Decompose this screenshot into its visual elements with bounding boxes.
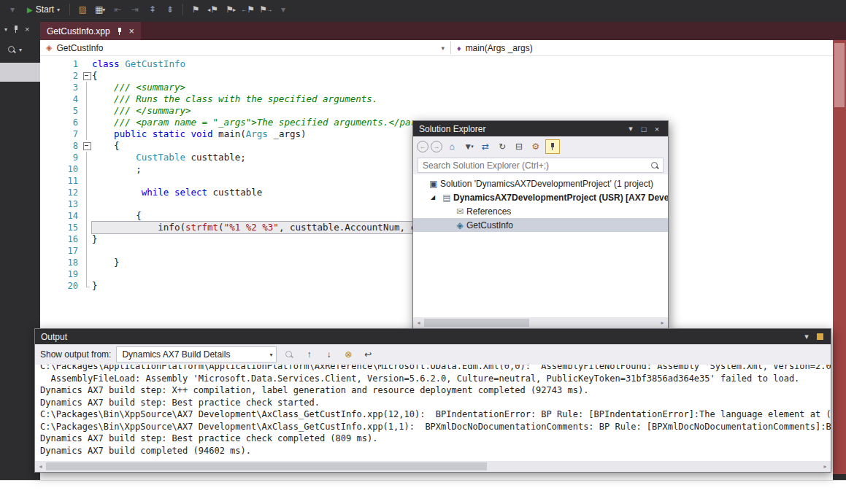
outline-margin bbox=[82, 210, 92, 222]
outline-toggle-icon[interactable] bbox=[82, 140, 92, 152]
clear-all-icon[interactable]: ⊗ bbox=[341, 347, 355, 362]
outline-margin bbox=[82, 105, 92, 117]
output-horizontal-scrollbar[interactable]: ◂ ▸ bbox=[35, 461, 831, 472]
tree-expander-icon[interactable]: ◢ bbox=[431, 194, 440, 201]
type-dropdown[interactable]: ◈ GetCustInfo ▾ bbox=[40, 40, 450, 55]
window-position-icon[interactable]: ▾ bbox=[4, 26, 7, 33]
toggle-bookmark-icon[interactable]: ⚑ bbox=[188, 2, 204, 17]
line-number: 14 bbox=[40, 210, 82, 222]
indent-decrease-icon[interactable]: ⇤ bbox=[109, 2, 126, 17]
outline-margin bbox=[82, 128, 92, 140]
scrollbar-track[interactable] bbox=[424, 317, 657, 328]
move-down-icon[interactable]: ⇟ bbox=[162, 2, 178, 17]
scroll-left-icon[interactable]: ◂ bbox=[35, 463, 46, 470]
output-text[interactable]: C:\Packages\ApplicationPlatform\Applicat… bbox=[35, 365, 831, 461]
outline-toggle-icon[interactable] bbox=[82, 70, 92, 82]
code-text: info(strfmt("%1 %2 %3", custtable.Accoun… bbox=[92, 222, 433, 233]
collapsed-tool-tab[interactable] bbox=[0, 63, 40, 82]
line-number: 12 bbox=[40, 187, 82, 198]
find-message-icon[interactable] bbox=[282, 347, 296, 362]
toolbar-group-overflow-icon[interactable]: ▾ bbox=[275, 2, 291, 17]
move-up-icon[interactable]: ⇞ bbox=[145, 2, 161, 17]
window-title: Output bbox=[41, 332, 67, 342]
deploy-icon[interactable]: ▨ bbox=[74, 2, 91, 17]
code-line[interactable]: 3 /// <summary> bbox=[40, 82, 833, 93]
word-wrap-icon[interactable]: ↩ bbox=[361, 347, 375, 362]
indent-increase-icon[interactable]: ⇥ bbox=[127, 2, 143, 17]
forward-icon[interactable]: → bbox=[431, 141, 442, 152]
prev-bookmark-icon[interactable]: ◂⚑ bbox=[205, 2, 221, 17]
tab-getcustinfo[interactable]: GetCustInfo.xpp × bbox=[40, 22, 141, 40]
collapse-all-icon[interactable]: ⊟ bbox=[512, 139, 526, 154]
scrollbar-track[interactable] bbox=[46, 461, 820, 472]
output-toolbar: Show output from: Dynamics AX7 Build Det… bbox=[35, 344, 831, 365]
sync-active-document-icon[interactable]: ⇄ bbox=[478, 139, 493, 154]
output-source-select[interactable]: Dynamics AX7 Build Details ▾ bbox=[116, 346, 277, 363]
start-button[interactable]: ▶ Start ▾ bbox=[22, 3, 65, 16]
next-bookmark-icon[interactable]: ⚑▸ bbox=[223, 2, 239, 17]
float-window-icon[interactable] bbox=[813, 333, 826, 340]
output-text-inner: C:\Packages\ApplicationPlatform\Applicat… bbox=[40, 365, 831, 457]
search-icon[interactable] bbox=[650, 161, 659, 170]
line-number: 4 bbox=[40, 93, 82, 105]
search-input[interactable] bbox=[418, 158, 664, 173]
scrollbar-thumb[interactable] bbox=[46, 462, 487, 470]
code-line[interactable]: 4 /// Runs the class with the specified … bbox=[40, 93, 833, 105]
tree-item[interactable]: ▣Solution 'DynamicsAX7DevelopmentProject… bbox=[413, 177, 668, 190]
line-number: 16 bbox=[40, 233, 82, 245]
code-text: } bbox=[92, 257, 120, 268]
outline-margin bbox=[82, 187, 92, 198]
line-number: 17 bbox=[40, 245, 82, 257]
solution-explorer-titlebar[interactable]: Solution Explorer ▾ □ × bbox=[413, 121, 668, 136]
window-position-icon[interactable]: ▾ bbox=[624, 124, 637, 133]
scroll-right-icon[interactable]: ▸ bbox=[657, 319, 668, 326]
close-tab-icon[interactable]: × bbox=[129, 26, 134, 36]
preview-pin-icon[interactable] bbox=[545, 139, 560, 154]
close-icon[interactable]: × bbox=[25, 25, 29, 34]
outline-margin bbox=[82, 280, 92, 292]
code-text: CustTable custtable; bbox=[92, 152, 246, 163]
window-position-icon[interactable]: ▾ bbox=[800, 332, 813, 341]
home-icon[interactable]: ⌂ bbox=[445, 139, 459, 154]
line-number: 20 bbox=[40, 280, 82, 292]
auto-hide-pin-icon[interactable] bbox=[12, 25, 20, 34]
scrollbar-thumb[interactable] bbox=[834, 43, 845, 107]
toolbar-overflow-icon[interactable]: ▾ bbox=[4, 2, 20, 17]
pin-tab-icon[interactable] bbox=[116, 27, 123, 36]
properties-wrench-icon[interactable]: ⚙ bbox=[528, 139, 543, 154]
references-icon: ✉ bbox=[453, 206, 466, 217]
tree-item[interactable]: ◢▤DynamicsAX7DevelopmentProject (USR) [A… bbox=[413, 190, 668, 204]
output-titlebar[interactable]: Output ▾ bbox=[35, 329, 831, 344]
line-number: 18 bbox=[40, 257, 82, 268]
next-message-icon[interactable]: ↓ bbox=[321, 347, 336, 362]
editor-vertical-scrollbar[interactable] bbox=[833, 40, 846, 474]
line-number: 1 bbox=[40, 58, 82, 70]
code-line[interactable]: 5 /// </summary> bbox=[40, 105, 833, 117]
tree-item[interactable]: ◈GetCustInfo bbox=[413, 218, 668, 232]
scrollbar-thumb[interactable] bbox=[424, 319, 529, 327]
window-grid-icon[interactable]: ▦▾ bbox=[92, 2, 108, 17]
back-icon[interactable]: ← bbox=[417, 141, 428, 152]
next-bookmark-folder-icon[interactable]: ⚑→ bbox=[258, 2, 274, 17]
code-line[interactable]: 2{ bbox=[40, 70, 833, 82]
line-number: 7 bbox=[40, 128, 82, 140]
solution-horizontal-scrollbar[interactable]: ◂ ▸ bbox=[413, 317, 668, 328]
refresh-icon[interactable]: ↻ bbox=[495, 139, 509, 154]
tree-item-label: GetCustInfo bbox=[466, 220, 513, 230]
prev-bookmark-folder-icon[interactable]: ←⚑ bbox=[240, 2, 256, 17]
prev-message-icon[interactable]: ↑ bbox=[301, 347, 316, 362]
rail-search-button[interactable]: ▾ bbox=[7, 45, 40, 54]
window-title: Solution Explorer bbox=[419, 124, 485, 134]
scroll-right-icon[interactable]: ▸ bbox=[820, 463, 831, 470]
scroll-left-icon[interactable]: ◂ bbox=[413, 319, 424, 326]
code-line[interactable]: 1class GetCustInfo bbox=[40, 58, 833, 70]
tree-item[interactable]: ✉References bbox=[413, 204, 668, 218]
member-dropdown[interactable]: ♦ main(Args _args) bbox=[451, 40, 833, 55]
close-icon[interactable]: × bbox=[650, 125, 664, 133]
output-line: C:\Packages\ApplicationPlatform\Applicat… bbox=[40, 365, 831, 373]
start-dropdown-icon[interactable]: ▾ bbox=[57, 7, 60, 13]
maximize-icon[interactable]: □ bbox=[637, 125, 650, 133]
line-number: 8 bbox=[40, 140, 82, 152]
filter-icon[interactable]: ▼▾ bbox=[461, 139, 476, 154]
solution-tree[interactable]: ▣Solution 'DynamicsAX7DevelopmentProject… bbox=[413, 174, 668, 317]
